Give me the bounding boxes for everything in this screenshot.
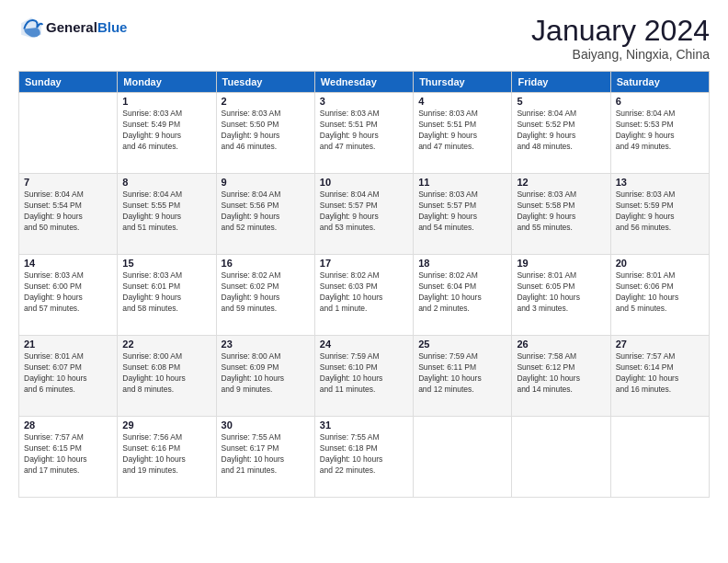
day-info: Sunrise: 8:01 AM Sunset: 6:07 PM Dayligh… <box>24 351 112 396</box>
day-info: Sunrise: 8:03 AM Sunset: 5:51 PM Dayligh… <box>418 109 506 153</box>
week-row-3: 14Sunrise: 8:03 AM Sunset: 6:00 PM Dayli… <box>19 255 710 336</box>
day-info: Sunrise: 8:02 AM Sunset: 6:02 PM Dayligh… <box>222 270 310 315</box>
day-number: 15 <box>122 258 210 269</box>
calendar-cell: 20Sunrise: 8:01 AM Sunset: 6:06 PM Dayli… <box>610 255 709 336</box>
day-number: 24 <box>320 339 408 350</box>
day-number: 29 <box>122 419 210 431</box>
header-sunday: Sunday <box>19 72 118 93</box>
day-info: Sunrise: 8:00 AM Sunset: 6:09 PM Dayligh… <box>222 351 310 396</box>
day-info: Sunrise: 7:55 AM Sunset: 6:17 PM Dayligh… <box>222 432 310 477</box>
day-number: 18 <box>418 258 506 269</box>
calendar-cell: 29Sunrise: 7:56 AM Sunset: 6:16 PM Dayli… <box>118 417 216 498</box>
calendar-cell: 19Sunrise: 8:01 AM Sunset: 6:05 PM Dayli… <box>512 255 610 336</box>
day-info: Sunrise: 7:58 AM Sunset: 6:12 PM Dayligh… <box>517 351 605 396</box>
calendar-cell: 24Sunrise: 7:59 AM Sunset: 6:10 PM Dayli… <box>314 336 413 417</box>
calendar-cell: 21Sunrise: 8:01 AM Sunset: 6:07 PM Dayli… <box>19 336 118 417</box>
day-info: Sunrise: 8:01 AM Sunset: 6:05 PM Dayligh… <box>517 270 605 315</box>
day-info: Sunrise: 8:02 AM Sunset: 6:03 PM Dayligh… <box>320 270 408 315</box>
week-row-5: 28Sunrise: 7:57 AM Sunset: 6:15 PM Dayli… <box>19 417 710 498</box>
calendar-cell: 6Sunrise: 8:04 AM Sunset: 5:53 PM Daylig… <box>610 93 709 174</box>
day-number: 17 <box>320 258 408 269</box>
header-friday: Friday <box>512 72 610 93</box>
day-info: Sunrise: 8:04 AM Sunset: 5:52 PM Dayligh… <box>517 109 605 153</box>
calendar-cell <box>610 417 709 498</box>
location: Baiyang, Ningxia, China <box>531 47 710 62</box>
day-number: 1 <box>122 96 210 107</box>
header-monday: Monday <box>118 72 216 93</box>
weekday-header-row: Sunday Monday Tuesday Wednesday Thursday… <box>19 72 710 93</box>
day-info: Sunrise: 8:01 AM Sunset: 6:06 PM Dayligh… <box>616 270 704 315</box>
day-info: Sunrise: 7:57 AM Sunset: 6:14 PM Dayligh… <box>616 351 704 396</box>
day-number: 5 <box>517 96 605 107</box>
day-info: Sunrise: 8:04 AM Sunset: 5:53 PM Dayligh… <box>616 109 704 153</box>
calendar-table: Sunday Monday Tuesday Wednesday Thursday… <box>18 71 710 498</box>
day-info: Sunrise: 7:56 AM Sunset: 6:16 PM Dayligh… <box>122 432 210 477</box>
day-info: Sunrise: 8:03 AM Sunset: 5:57 PM Dayligh… <box>418 190 506 234</box>
calendar-cell: 3Sunrise: 8:03 AM Sunset: 5:51 PM Daylig… <box>314 93 413 174</box>
calendar-cell: 28Sunrise: 7:57 AM Sunset: 6:15 PM Dayli… <box>19 417 118 498</box>
day-number: 31 <box>320 419 408 431</box>
calendar-cell: 18Sunrise: 8:02 AM Sunset: 6:04 PM Dayli… <box>414 255 512 336</box>
day-number: 7 <box>24 177 112 188</box>
title-block: January 2024 Baiyang, Ningxia, China <box>531 15 710 62</box>
page: GeneralBlue January 2024 Baiyang, Ningxi… <box>0 0 728 507</box>
day-number: 20 <box>616 258 704 269</box>
day-info: Sunrise: 7:57 AM Sunset: 6:15 PM Dayligh… <box>24 432 112 477</box>
day-number: 11 <box>418 177 506 188</box>
day-number: 22 <box>122 339 210 350</box>
day-number: 21 <box>24 339 112 350</box>
calendar-cell: 8Sunrise: 8:04 AM Sunset: 5:55 PM Daylig… <box>118 174 216 255</box>
calendar-cell <box>19 93 118 174</box>
day-number: 6 <box>616 96 704 107</box>
day-info: Sunrise: 7:55 AM Sunset: 6:18 PM Dayligh… <box>320 432 408 477</box>
calendar-cell: 2Sunrise: 8:03 AM Sunset: 5:50 PM Daylig… <box>216 93 314 174</box>
day-info: Sunrise: 8:04 AM Sunset: 5:57 PM Dayligh… <box>320 190 408 234</box>
day-number: 30 <box>222 419 310 431</box>
day-number: 16 <box>222 258 310 269</box>
day-number: 13 <box>616 177 704 188</box>
calendar-cell: 16Sunrise: 8:02 AM Sunset: 6:02 PM Dayli… <box>216 255 314 336</box>
logo-text: GeneralBlue <box>46 19 127 35</box>
day-number: 8 <box>122 177 210 188</box>
calendar-cell: 31Sunrise: 7:55 AM Sunset: 6:18 PM Dayli… <box>314 417 413 498</box>
day-info: Sunrise: 8:04 AM Sunset: 5:54 PM Dayligh… <box>24 190 112 234</box>
calendar-cell: 15Sunrise: 8:03 AM Sunset: 6:01 PM Dayli… <box>118 255 216 336</box>
month-title: January 2024 <box>531 15 710 47</box>
day-number: 9 <box>222 177 310 188</box>
calendar-cell: 22Sunrise: 8:00 AM Sunset: 6:08 PM Dayli… <box>118 336 216 417</box>
header-tuesday: Tuesday <box>216 72 314 93</box>
day-info: Sunrise: 8:03 AM Sunset: 5:49 PM Dayligh… <box>122 109 210 153</box>
day-number: 26 <box>517 339 605 350</box>
calendar-cell: 9Sunrise: 8:04 AM Sunset: 5:56 PM Daylig… <box>216 174 314 255</box>
calendar-cell: 11Sunrise: 8:03 AM Sunset: 5:57 PM Dayli… <box>414 174 512 255</box>
day-info: Sunrise: 8:03 AM Sunset: 5:59 PM Dayligh… <box>616 190 704 234</box>
day-number: 28 <box>24 419 112 431</box>
day-number: 4 <box>418 96 506 107</box>
header-wednesday: Wednesday <box>314 72 413 93</box>
day-number: 12 <box>517 177 605 188</box>
calendar-cell: 27Sunrise: 7:57 AM Sunset: 6:14 PM Dayli… <box>610 336 709 417</box>
calendar-cell: 13Sunrise: 8:03 AM Sunset: 5:59 PM Dayli… <box>610 174 709 255</box>
day-number: 25 <box>418 339 506 350</box>
calendar-cell <box>512 417 610 498</box>
calendar-cell: 5Sunrise: 8:04 AM Sunset: 5:52 PM Daylig… <box>512 93 610 174</box>
calendar-cell: 23Sunrise: 8:00 AM Sunset: 6:09 PM Dayli… <box>216 336 314 417</box>
day-number: 19 <box>517 258 605 269</box>
calendar-cell: 14Sunrise: 8:03 AM Sunset: 6:00 PM Dayli… <box>19 255 118 336</box>
calendar-cell: 7Sunrise: 8:04 AM Sunset: 5:54 PM Daylig… <box>19 174 118 255</box>
day-number: 10 <box>320 177 408 188</box>
day-number: 3 <box>320 96 408 107</box>
calendar-cell: 1Sunrise: 8:03 AM Sunset: 5:49 PM Daylig… <box>118 93 216 174</box>
day-info: Sunrise: 8:02 AM Sunset: 6:04 PM Dayligh… <box>418 270 506 315</box>
day-number: 23 <box>222 339 310 350</box>
day-info: Sunrise: 8:04 AM Sunset: 5:56 PM Dayligh… <box>222 190 310 234</box>
logo: GeneralBlue <box>18 15 127 40</box>
day-info: Sunrise: 7:59 AM Sunset: 6:11 PM Dayligh… <box>418 351 506 396</box>
week-row-4: 21Sunrise: 8:01 AM Sunset: 6:07 PM Dayli… <box>19 336 710 417</box>
day-info: Sunrise: 8:00 AM Sunset: 6:08 PM Dayligh… <box>122 351 210 396</box>
week-row-2: 7Sunrise: 8:04 AM Sunset: 5:54 PM Daylig… <box>19 174 710 255</box>
logo-icon <box>18 15 44 40</box>
calendar-cell: 12Sunrise: 8:03 AM Sunset: 5:58 PM Dayli… <box>512 174 610 255</box>
day-number: 27 <box>616 339 704 350</box>
calendar-body: 1Sunrise: 8:03 AM Sunset: 5:49 PM Daylig… <box>19 93 710 498</box>
